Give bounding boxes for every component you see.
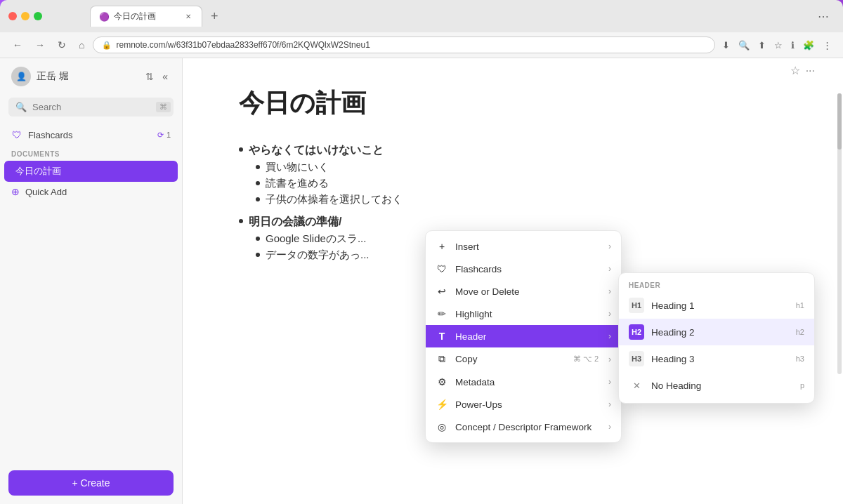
quick-add-label: Quick Add [25, 187, 67, 197]
menu-item-concept[interactable]: ◎ Concept / Descriptor Framework › [426, 416, 621, 438]
submenu-item-no-heading[interactable]: ✕ No Heading p [619, 372, 814, 399]
sidebar-header: 👤 正岳 堀 ⇅ « [0, 58, 182, 95]
menu-item-header-label: Header [455, 331, 486, 342]
h3-level-badge: H3 [629, 351, 644, 366]
create-label: + Create [72, 477, 110, 489]
highlight-icon: ✏ [436, 308, 448, 319]
flashcards-menu-icon: 🛡 [436, 263, 448, 274]
sidebar: 👤 正岳 堀 ⇅ « 🔍 ⌘ 🛡 Flashcards ⟳ 1 DOCUMENT… [0, 58, 183, 504]
submenu-item-h2[interactable]: H2 Heading 2 h2 [619, 319, 814, 345]
share-button[interactable]: ⬆ [755, 39, 769, 52]
menu-item-highlight[interactable]: ✏ Highlight › [426, 303, 621, 325]
title-bar: 🟣 今日の計画 ✕ + ⋯ [0, 0, 843, 32]
address-bar[interactable]: 🔒 remnote.com/w/63f31b07ebdaa2833eff670f… [93, 37, 715, 53]
list-item: 読書を進める [239, 177, 787, 190]
bullet-dot [256, 165, 260, 169]
chevron-right-icon: › [608, 377, 611, 387]
window-controls[interactable]: ⋯ [812, 10, 835, 23]
menu-item-metadata-label: Metadata [455, 377, 495, 387]
sidebar-item-quickadd[interactable]: ⊕ Quick Add [0, 182, 182, 201]
create-button[interactable]: + Create [8, 470, 174, 496]
nav-actions: ⬇ 🔍 ⬆ ☆ ℹ 🧩 ⋮ [719, 39, 835, 52]
back-button[interactable]: ← [8, 38, 27, 52]
bookmark-button[interactable]: ☆ [771, 39, 785, 52]
sidebar-item-flashcards[interactable]: 🛡 Flashcards ⟳ 1 [0, 125, 182, 145]
scrollbar[interactable] [837, 93, 842, 374]
favorite-button[interactable]: ☆ [790, 64, 800, 77]
chevron-right-icon: › [608, 241, 611, 251]
search-bar[interactable]: 🔍 ⌘ [8, 98, 174, 117]
sidebar-nav: 🛡 Flashcards ⟳ 1 DOCUMENTS 今日の計画 ⊕ Quick… [0, 119, 182, 207]
submenu-item-h1[interactable]: H1 Heading 1 h1 [619, 292, 814, 319]
tab-title: 今日の計画 [114, 11, 156, 22]
list-item: 明日の会議の準備/ [239, 215, 787, 230]
list-item: 子供の体操着を選択しておく [239, 193, 787, 206]
chevron-right-icon: › [608, 354, 611, 364]
sort-button[interactable]: ⇅ [143, 69, 157, 84]
app-window: 👤 正岳 堀 ⇅ « 🔍 ⌘ 🛡 Flashcards ⟳ 1 DOCUMENT… [0, 58, 843, 504]
menu-item-insert[interactable]: + Insert › [426, 235, 621, 258]
move-icon: ↩ [436, 286, 448, 297]
menu-item-move[interactable]: ↩ Move or Delete › [426, 280, 621, 303]
avatar: 👤 [11, 67, 31, 86]
no-heading-badge: ✕ [629, 378, 644, 393]
concept-icon: ◎ [436, 421, 448, 432]
new-tab-button[interactable]: + [205, 6, 224, 27]
list-item-text: 子供の体操着を選択しておく [266, 193, 403, 206]
zoom-button[interactable]: 🔍 [736, 39, 752, 52]
search-input[interactable] [32, 102, 150, 112]
browser-chrome: 🟣 今日の計画 ✕ + ⋯ ← → ↻ ⌂ 🔒 remnote.com/w/63… [0, 0, 843, 58]
h2-label: Heading 2 [651, 327, 789, 338]
tab-close-button[interactable]: ✕ [183, 12, 193, 22]
h3-label: Heading 3 [651, 354, 789, 364]
doc-item-today[interactable]: 今日の計画 [4, 161, 178, 182]
docs-section-label: DOCUMENTS [0, 145, 182, 161]
bolt-icon: ⚡ [436, 399, 448, 410]
chevron-right-icon: › [608, 309, 611, 319]
badge-count: 1 [166, 131, 171, 139]
menu-item-flashcards-label: Flashcards [455, 264, 502, 274]
traffic-lights [8, 12, 42, 20]
menu-item-powerups-label: Power-Ups [455, 399, 502, 410]
submenu-item-h3[interactable]: H3 Heading 3 h3 [619, 345, 814, 372]
chevron-right-icon: › [608, 422, 611, 432]
no-heading-shortcut: p [800, 381, 804, 390]
browser-tab[interactable]: 🟣 今日の計画 ✕ [90, 6, 202, 27]
more-options-button[interactable]: ··· [806, 65, 815, 77]
menu-item-flashcards[interactable]: 🛡 Flashcards › [426, 258, 621, 280]
download-button[interactable]: ⬇ [719, 39, 733, 52]
header-submenu: HEADER H1 Heading 1 h1 H2 Heading 2 h2 H… [618, 272, 815, 404]
minimize-button[interactable] [21, 12, 30, 20]
bullet-dot [256, 253, 260, 257]
menu-item-metadata[interactable]: ⚙ Metadata › [426, 371, 621, 393]
maximize-button[interactable] [34, 12, 42, 20]
gear-icon: ⚙ [436, 376, 448, 387]
search-icon: 🔍 [15, 102, 27, 112]
home-button[interactable]: ⌂ [74, 38, 89, 52]
forward-button[interactable]: → [31, 38, 49, 52]
more-button[interactable]: ⋮ [820, 39, 835, 52]
list-item-text: 明日の会議の準備/ [249, 215, 341, 230]
list-item-text: データの数字があっ... [266, 248, 370, 262]
chevron-right-icon: › [608, 331, 611, 341]
doc-item-label: 今日の計画 [15, 165, 61, 178]
h1-shortcut: h1 [796, 301, 804, 310]
close-button[interactable] [8, 12, 17, 20]
list-item-text: 読書を進める [266, 177, 329, 190]
extensions-button[interactable]: 🧩 [800, 39, 817, 52]
copy-shortcut: ⌘⌥2 [573, 354, 599, 364]
badge-icon: ⟳ [157, 131, 164, 140]
menu-item-copy[interactable]: ⧉ Copy ⌘⌥2 › [426, 347, 621, 371]
chevron-right-icon: › [608, 264, 611, 274]
refresh-button[interactable]: ↻ [53, 38, 70, 52]
bullet-dot [256, 237, 260, 241]
collapse-button[interactable]: « [159, 69, 171, 84]
menu-item-powerups[interactable]: ⚡ Power-Ups › [426, 393, 621, 416]
chevron-right-icon: › [608, 286, 611, 296]
info-button[interactable]: ℹ [788, 39, 797, 52]
scrollbar-thumb[interactable] [837, 93, 842, 150]
chevron-right-icon: › [608, 399, 611, 409]
h2-shortcut: h2 [796, 328, 804, 336]
h3-shortcut: h3 [796, 354, 804, 363]
menu-item-header[interactable]: T Header › [426, 325, 621, 347]
